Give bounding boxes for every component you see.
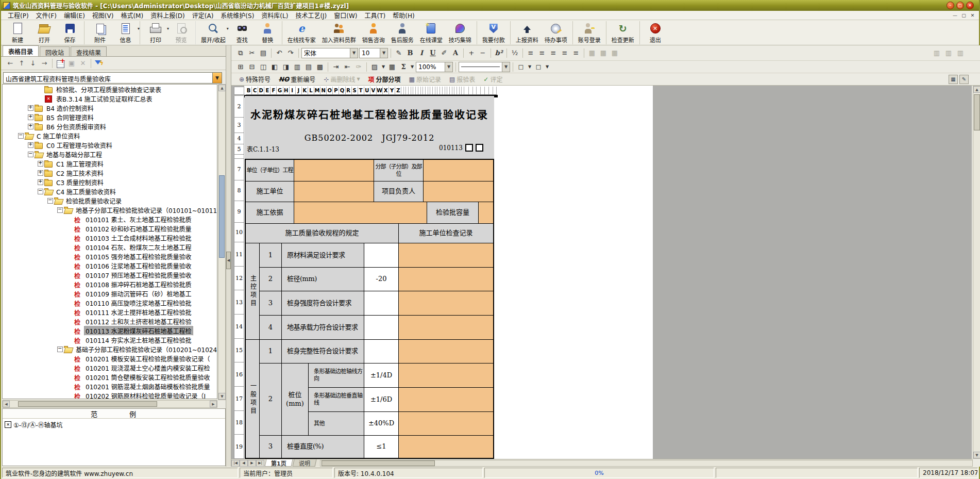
dropdown-icon[interactable]: ▼ xyxy=(380,48,387,58)
tree-expand-icon[interactable] xyxy=(67,226,74,232)
sheet-tab[interactable]: 第1页 xyxy=(265,459,293,467)
italic-icon[interactable]: I xyxy=(416,48,427,58)
tree-node-label[interactable]: 010113 水泥粉煤灰碎石桩地基工程检 xyxy=(85,326,193,335)
menu-item[interactable]: 窗口(W) xyxy=(330,11,361,20)
row-header-cell[interactable]: 13 xyxy=(234,290,244,315)
zoom-select[interactable]: 100% ▼ xyxy=(416,62,453,72)
example-item[interactable]: ✕ ①-⑬/Ⓐ-Ⓗ轴基坑 xyxy=(3,419,225,431)
item-check-input[interactable] xyxy=(399,243,493,268)
column-tool-icon[interactable]: ▥ xyxy=(943,48,954,58)
dropdown-icon[interactable]: ▼ xyxy=(357,77,360,81)
indent-increase-icon[interactable]: ⇥ xyxy=(331,62,341,72)
tree-expand-icon[interactable] xyxy=(38,161,44,167)
tree-node-label[interactable]: 010108 振冲碎石桩地基工程检验批质 xyxy=(85,279,193,289)
scroll-down-icon[interactable]: ▼ xyxy=(218,393,226,400)
tree-expand-icon[interactable] xyxy=(67,384,74,389)
tree-node[interactable]: 010105 强夯地基工程检验批质量验收 xyxy=(3,252,217,261)
align-justify-icon[interactable]: ≡ xyxy=(560,48,570,58)
tree-node[interactable]: 010201 筒仓壁模板安装工程检验批质量验收 xyxy=(3,372,217,382)
tree-node-label[interactable]: 地基子分部工程检验批验收记录（010101~01011 xyxy=(75,205,217,214)
item-check-input[interactable] xyxy=(399,364,493,388)
tree-node-label[interactable]: C3 质量控制资料 xyxy=(55,177,105,187)
tree-node-label[interactable]: 010202 钢筋原材料检验批质量验收记录（I xyxy=(85,391,207,399)
toolbar-button[interactable]: 打开 xyxy=(31,21,58,44)
collapse-panel-icon[interactable]: ◀ xyxy=(226,252,231,269)
tree-expand-icon[interactable] xyxy=(28,105,35,111)
tree-node[interactable]: 基础子分部工程检验批验收记录（010201~01024 xyxy=(3,344,217,354)
assessment-button[interactable]: ✓ 评定 xyxy=(480,74,506,85)
tree-node-label[interactable]: 010101 素土、灰土地基工程检验批质 xyxy=(85,214,193,224)
align-center-icon[interactable]: ≡ xyxy=(537,48,547,58)
library-select[interactable]: 山西省建筑工程资料管理与质量验收库 ▼ xyxy=(3,72,222,84)
item-spec-input[interactable] xyxy=(364,243,399,268)
column-header-cell[interactable]: W xyxy=(377,87,383,95)
tree-expand-icon[interactable] xyxy=(67,328,74,334)
column-header-cell[interactable]: V xyxy=(370,87,377,95)
toolbar-button[interactable]: 保存 xyxy=(58,21,85,44)
lock-cell-icon[interactable]: ▩ xyxy=(315,62,325,72)
menu-item[interactable]: 技术工艺(J) xyxy=(292,11,330,20)
tree-node-label[interactable]: 检验批质量验收记录 xyxy=(65,196,123,205)
split-row-icon[interactable]: ◨ xyxy=(281,62,291,72)
nav-back-icon[interactable]: ← xyxy=(5,58,15,69)
toolbar-button[interactable]: 替换 xyxy=(256,21,282,44)
tree-node-label[interactable]: 010114 夯实水泥土桩地基工程检验批 xyxy=(85,335,193,344)
tree-node[interactable]: 010111 水泥土搅拌桩地基工程检验批 xyxy=(3,307,217,317)
tree-node-label[interactable]: C4 施工质量验收资料 xyxy=(55,187,117,196)
align-left-icon[interactable]: ≡ xyxy=(526,48,536,58)
menu-item[interactable]: 编辑(E) xyxy=(60,11,89,20)
grid-corner-cell[interactable] xyxy=(234,87,244,95)
tree-node[interactable]: 地基与基础分部工程 xyxy=(3,150,217,159)
tree-node-label[interactable]: 010105 强夯地基工程检验批质量验收 xyxy=(85,252,193,261)
project-leader-input[interactable] xyxy=(424,181,493,202)
form-number[interactable]: 010113 xyxy=(439,144,463,152)
minimize-button[interactable]: – xyxy=(947,2,954,9)
tree-expand-icon[interactable] xyxy=(67,300,74,306)
toolbar-button[interactable]: 我要付款 xyxy=(479,21,511,44)
original-record-button[interactable]: ▦ 原始记录 xyxy=(405,74,445,85)
toolbar-button[interactable]: 预览 xyxy=(169,21,196,44)
frame-icon[interactable]: ▦ xyxy=(387,62,397,72)
tree-expand-icon[interactable] xyxy=(67,291,74,296)
toolbar-button[interactable]: 查找 xyxy=(229,21,256,44)
menu-item[interactable]: 资料上报(D) xyxy=(147,11,189,20)
font-select[interactable]: 宋体 ▼ xyxy=(301,48,358,58)
paste-icon[interactable]: ▤ xyxy=(258,48,268,58)
undo-icon[interactable]: ↶ xyxy=(274,48,284,58)
scroll-down-icon[interactable]: ▼ xyxy=(973,452,980,458)
construction-basis-input[interactable] xyxy=(294,202,427,224)
tree-node-label[interactable]: B4 造价控制资料 xyxy=(45,103,95,112)
tree-node[interactable]: 010108 振冲碎石桩地基工程检验批质 xyxy=(3,279,217,289)
add-form-icon[interactable] xyxy=(55,58,65,69)
row-header-cell[interactable]: 4 xyxy=(234,133,244,144)
menu-item[interactable]: 格式(M) xyxy=(117,11,147,20)
tree-node-label[interactable]: B5 合同管理资料 xyxy=(45,112,95,122)
item-spec-input[interactable] xyxy=(364,316,399,340)
underline-icon[interactable]: U xyxy=(428,48,438,58)
column-header-cell[interactable]: R xyxy=(346,87,352,95)
scroll-left-icon[interactable]: ◀ xyxy=(3,401,10,407)
mdi-restore-icon[interactable]: ▢ xyxy=(959,12,968,19)
toolbar-button[interactable]: 信息 xyxy=(113,21,140,44)
library-dropdown-icon[interactable]: ▼ xyxy=(212,73,222,83)
column-header-cell[interactable]: Y xyxy=(389,87,395,95)
toolbar-button[interactable]: 加入资料员群 xyxy=(319,21,359,44)
left-panel-tab[interactable]: 回收站 xyxy=(40,46,70,56)
autosum-icon[interactable]: Σ xyxy=(398,62,409,72)
hand-tool-icon[interactable]: ✑ xyxy=(353,62,364,72)
tree-node[interactable]: 010201 模板安装工程检验批质量验收记录（ xyxy=(3,354,217,363)
toolbar-button[interactable]: 展开/收起 xyxy=(198,21,229,44)
tree-expand-icon[interactable] xyxy=(67,309,74,315)
increase-size-icon[interactable]: + xyxy=(466,48,477,58)
column-header-cell[interactable]: O xyxy=(327,87,333,95)
tree-expand-icon[interactable] xyxy=(28,124,35,129)
dropdown-icon[interactable]: ▼ xyxy=(545,62,550,72)
dropdown-icon[interactable]: ▼ xyxy=(381,62,386,72)
tree-node[interactable]: C3 质量控制资料 xyxy=(3,177,217,187)
menu-item[interactable]: 系统维护(S) xyxy=(217,11,258,20)
tree-horizontal-scrollbar[interactable]: ◀ ▶ xyxy=(2,400,217,408)
item-check-input[interactable] xyxy=(399,412,493,436)
tree-expand-icon[interactable] xyxy=(57,207,64,213)
tree-node[interactable]: 检验批质量验收记录 xyxy=(3,196,217,205)
item-check-input[interactable] xyxy=(399,436,493,458)
